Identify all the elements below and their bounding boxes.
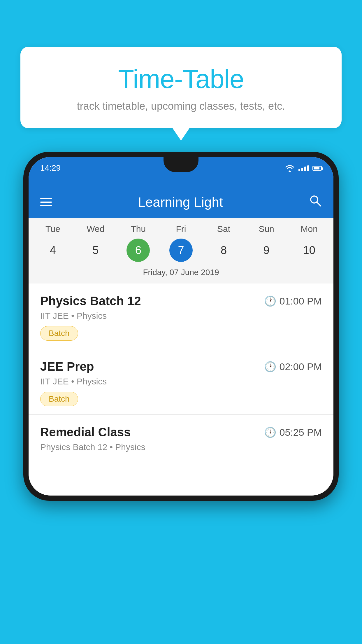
- day-header-sat: Sat: [205, 224, 243, 234]
- speech-bubble-container: Time-Table track timetable, upcoming cla…: [20, 47, 342, 128]
- menu-bar-2: [40, 202, 52, 203]
- schedule-item-3[interactable]: Remedial Class 🕔 05:25 PM Physics Batch …: [29, 415, 333, 472]
- calendar-day-10[interactable]: 10: [298, 239, 321, 262]
- schedule-item-2-time: 🕑 02:00 PM: [264, 361, 322, 372]
- calendar-day-8[interactable]: 8: [212, 239, 236, 262]
- schedule-item-2-header: JEE Prep 🕑 02:00 PM: [40, 360, 322, 374]
- app-title: Learning Light: [138, 194, 223, 210]
- calendar-day-4[interactable]: 4: [41, 239, 64, 262]
- signal-icon: [298, 165, 309, 171]
- clock-icon-3: 🕔: [264, 426, 276, 438]
- menu-button[interactable]: [40, 198, 52, 206]
- schedule-item-2[interactable]: JEE Prep 🕑 02:00 PM IIT JEE • Physics Ba…: [29, 349, 333, 415]
- schedule-item-1-header: Physics Batch 12 🕐 01:00 PM: [40, 294, 322, 308]
- wifi-icon: [284, 164, 295, 172]
- status-bar: 14:29: [29, 157, 333, 186]
- schedule-item-3-subtitle: Physics Batch 12 • Physics: [40, 442, 322, 452]
- schedule-item-2-tag: Batch: [40, 392, 78, 406]
- menu-bar-1: [40, 198, 52, 199]
- status-icons: [284, 162, 322, 172]
- day-header-wed: Wed: [77, 224, 115, 234]
- day-header-tue: Tue: [34, 224, 72, 234]
- speech-bubble: Time-Table track timetable, upcoming cla…: [20, 47, 342, 128]
- calendar-day-9[interactable]: 9: [255, 239, 278, 262]
- schedule-item-1-subtitle: IIT JEE • Physics: [40, 311, 322, 321]
- app-toolbar: Learning Light: [29, 186, 333, 218]
- schedule-item-2-time-text: 02:00 PM: [279, 361, 322, 372]
- day-header-thu: Thu: [119, 224, 157, 234]
- bubble-title: Time-Table: [35, 64, 327, 94]
- schedule-item-3-time: 🕔 05:25 PM: [264, 426, 322, 438]
- bubble-subtitle: track timetable, upcoming classes, tests…: [35, 100, 327, 112]
- schedule-item-2-title: JEE Prep: [40, 360, 94, 374]
- status-time: 14:29: [40, 162, 61, 173]
- svg-line-1: [317, 202, 321, 206]
- schedule-item-1[interactable]: Physics Batch 12 🕐 01:00 PM IIT JEE • Ph…: [29, 284, 333, 349]
- schedule-item-1-title: Physics Batch 12: [40, 294, 141, 308]
- day-numbers: 4 5 6 7 8 9 10: [31, 239, 331, 262]
- phone-bottom: [29, 472, 333, 496]
- day-header-sun: Sun: [247, 224, 285, 234]
- schedule-item-1-time-text: 01:00 PM: [279, 295, 322, 307]
- schedule-item-1-time: 🕐 01:00 PM: [264, 295, 322, 307]
- day-headers: Tue Wed Thu Fri Sat Sun Mon: [31, 224, 331, 234]
- schedule-list: Physics Batch 12 🕐 01:00 PM IIT JEE • Ph…: [29, 284, 333, 472]
- phone-screen: 14:29: [29, 157, 333, 496]
- clock-icon-1: 🕐: [264, 295, 276, 307]
- selected-date-label: Friday, 07 June 2019: [31, 265, 331, 281]
- phone-mockup: 14:29: [23, 152, 339, 501]
- calendar-section: Tue Wed Thu Fri Sat Sun Mon 4 5 6 7 8 9 …: [29, 218, 333, 284]
- clock-icon-2: 🕑: [264, 361, 276, 372]
- notch: [164, 157, 198, 172]
- day-header-fri: Fri: [162, 224, 200, 234]
- calendar-day-7-selected[interactable]: 7: [169, 239, 193, 262]
- schedule-item-2-subtitle: IIT JEE • Physics: [40, 377, 322, 386]
- calendar-day-5[interactable]: 5: [84, 239, 107, 262]
- schedule-item-3-header: Remedial Class 🕔 05:25 PM: [40, 425, 322, 439]
- schedule-item-3-title: Remedial Class: [40, 425, 131, 439]
- search-button[interactable]: [309, 194, 322, 210]
- day-header-mon: Mon: [290, 224, 328, 234]
- menu-bar-3: [40, 205, 52, 206]
- schedule-item-1-tag: Batch: [40, 326, 78, 341]
- schedule-item-3-time-text: 05:25 PM: [279, 427, 322, 438]
- calendar-day-6-today[interactable]: 6: [126, 239, 150, 262]
- battery-icon: [312, 166, 322, 171]
